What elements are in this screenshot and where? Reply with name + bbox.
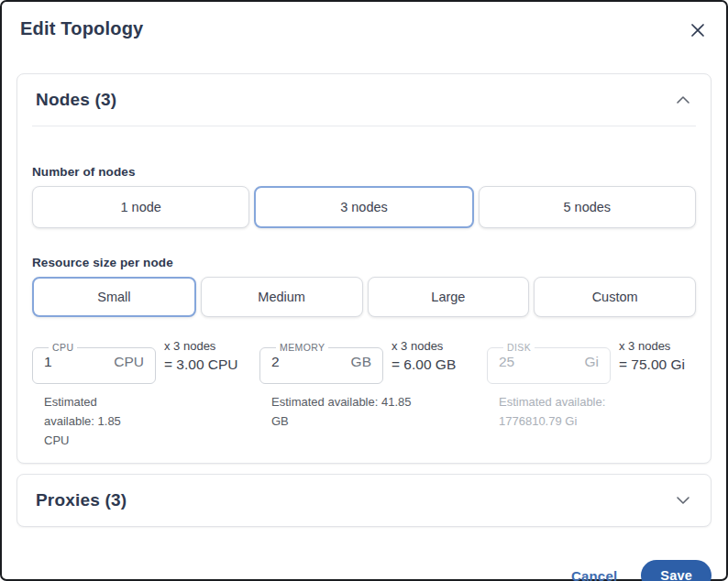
- memory-input[interactable]: [271, 354, 326, 370]
- resources-row: CPU CPU x 3 nodes = 3.00 CPU Estimated a…: [32, 337, 696, 450]
- node-count-option-5[interactable]: 5 nodes: [479, 186, 696, 228]
- proxies-section-title: Proxies (3): [36, 490, 127, 510]
- chevron-up-icon: [676, 95, 690, 104]
- disk-input: [499, 354, 554, 370]
- dialog-footer: Cancel Save: [17, 560, 711, 581]
- disk-input-label: DISK: [503, 343, 535, 353]
- save-button[interactable]: Save: [641, 560, 711, 581]
- nodes-header-divider: [32, 126, 696, 126]
- disk-multiplier: x 3 nodes: [619, 339, 685, 353]
- nodes-section: Nodes (3) Number of nodes 1 node 3 nodes…: [17, 73, 711, 464]
- nodes-section-header[interactable]: Nodes (3): [17, 74, 711, 126]
- nodes-section-title: Nodes (3): [36, 90, 116, 110]
- memory-multiplier: x 3 nodes: [392, 339, 456, 353]
- node-count-options: 1 node 3 nodes 5 nodes: [32, 186, 696, 228]
- number-of-nodes-label: Number of nodes: [32, 165, 696, 179]
- nodes-section-content: Number of nodes 1 node 3 nodes 5 nodes R…: [17, 165, 711, 463]
- size-option-medium[interactable]: Medium: [201, 277, 363, 317]
- proxies-section-header[interactable]: Proxies (3): [17, 475, 711, 526]
- cpu-input-label: CPU: [49, 343, 77, 353]
- size-option-small[interactable]: Small: [32, 277, 196, 317]
- resource-size-label: Resource size per node: [32, 256, 696, 269]
- chevron-down-icon: [676, 496, 690, 505]
- disk-resource: DISK Gi x 3 nodes = 75.00 Gi Estimated a…: [487, 337, 696, 450]
- cpu-estimated-available: Estimated available: 1.85 CPU: [44, 392, 136, 450]
- disk-input-field: DISK Gi: [487, 343, 611, 384]
- disk-calculation: x 3 nodes = 75.00 Gi: [619, 337, 685, 373]
- cpu-input[interactable]: [44, 354, 99, 370]
- edit-topology-dialog: Edit Topology Nodes (3) Number of nodes …: [0, 0, 728, 581]
- size-option-large[interactable]: Large: [368, 277, 530, 317]
- memory-estimated-available: Estimated available: 41.85 GB: [271, 392, 418, 431]
- disk-total: = 75.00 Gi: [619, 356, 685, 373]
- close-button[interactable]: [688, 20, 708, 43]
- cpu-resource: CPU CPU x 3 nodes = 3.00 CPU Estimated a…: [32, 337, 241, 450]
- cpu-unit-label: CPU: [114, 354, 144, 370]
- cpu-input-field: CPU CPU: [32, 343, 156, 384]
- close-icon: [689, 22, 706, 38]
- size-option-custom[interactable]: Custom: [534, 277, 696, 317]
- node-count-option-1[interactable]: 1 node: [32, 186, 249, 228]
- dialog-title: Edit Topology: [20, 18, 143, 39]
- resource-size-options: Small Medium Large Custom: [32, 277, 696, 317]
- proxies-section: Proxies (3): [17, 474, 711, 527]
- memory-unit-label: GB: [351, 354, 371, 370]
- dialog-header: Edit Topology: [17, 16, 711, 43]
- memory-input-field: MEMORY GB: [259, 343, 383, 384]
- disk-unit-label: Gi: [585, 354, 600, 370]
- cpu-multiplier: x 3 nodes: [164, 339, 238, 353]
- cpu-total: = 3.00 CPU: [164, 356, 238, 373]
- memory-resource: MEMORY GB x 3 nodes = 6.00 GB Estimated …: [259, 337, 469, 450]
- node-count-option-3[interactable]: 3 nodes: [254, 186, 473, 228]
- cpu-calculation: x 3 nodes = 3.00 CPU: [164, 337, 238, 373]
- disk-estimated-available: Estimated available: 1776810.79 Gi: [499, 392, 645, 431]
- memory-calculation: x 3 nodes = 6.00 GB: [392, 337, 456, 373]
- memory-input-label: MEMORY: [276, 343, 328, 353]
- cancel-button[interactable]: Cancel: [571, 568, 617, 581]
- memory-total: = 6.00 GB: [392, 356, 456, 373]
